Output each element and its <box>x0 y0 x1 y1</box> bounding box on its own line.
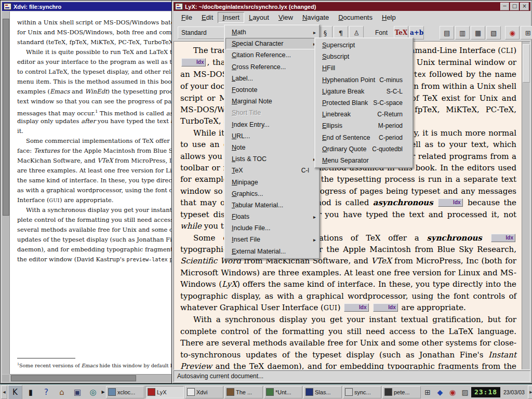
task-button-unt[interactable]: *Unt... <box>264 386 302 398</box>
xdvi-vertical-scrollbar[interactable] <box>2 11 10 374</box>
panel-hide-right-button[interactable]: ▶ <box>528 385 532 399</box>
insert-menu-item-note[interactable]: Note <box>225 142 318 153</box>
insert-menu-item-include-file[interactable]: Include File... <box>225 222 318 234</box>
text-segment: it. <box>17 127 23 135</box>
lock-icon[interactable]: ◆ <box>434 386 446 398</box>
konsole-icon[interactable]: ▮ <box>23 385 38 399</box>
special-char-item-menu-separator[interactable]: Menu Separator <box>316 155 412 166</box>
menubar-item-documents[interactable]: Documents <box>334 12 377 23</box>
insert-menu-item-cross-reference[interactable]: Cross Reference... <box>225 61 318 73</box>
insert-menu-item-tex[interactable]: TeXC-l <box>225 165 318 176</box>
xdvi-horizontal-scroll-thumb[interactable] <box>11 375 136 381</box>
insert-menu-item-math[interactable]: Math▸ <box>225 26 318 38</box>
special-char-item-ellipsis[interactable]: EllipsisM-period <box>316 120 412 131</box>
special-char-item-linebreak[interactable]: LinebreakC-Return <box>316 109 412 120</box>
xdvi-vertical-scroll-thumb[interactable] <box>3 19 9 216</box>
insert-menu-item-external-material[interactable]: External Material... <box>225 246 318 257</box>
special-character-submenu: SuperscriptSubscriptHFillHyphenation Poi… <box>314 37 414 168</box>
idx-badge[interactable]: Idx <box>491 234 515 242</box>
special-char-item-ordinary-quote[interactable]: Ordinary QuoteC-quotedbl <box>316 143 412 155</box>
maximize-button[interactable]: □ <box>510 3 519 10</box>
insert-menu-item-tabular-material[interactable]: Tabular Material... <box>225 200 318 211</box>
taskbar-handle-icon[interactable]: ▶ <box>101 386 105 398</box>
insert-menu-item-minipage[interactable]: Minipage <box>225 176 318 188</box>
special-char-item-protected-blank[interactable]: Protected BlankS-C-space <box>316 97 412 109</box>
text-segment: MacKichan Software, and <box>17 157 97 164</box>
klipper-icon[interactable]: ▨ <box>459 386 471 398</box>
xdvi-horizontal-scrollbar[interactable] <box>10 374 174 382</box>
menubar-item-file[interactable]: File <box>177 12 197 23</box>
home-icon[interactable]: ⌂ <box>55 385 69 399</box>
insert-menu-item-insert-file[interactable]: Insert File▸ <box>225 234 318 245</box>
enumerate-icon[interactable]: ▥ <box>455 26 470 39</box>
insert-menu-item-index-entry[interactable]: Index Entry... <box>225 119 318 130</box>
text-segment: GUI <box>49 197 60 203</box>
task-button-lyx[interactable]: LyX <box>145 386 184 398</box>
task-button-pete[interactable]: pete... <box>382 386 421 398</box>
menu-shortcut: C-l <box>301 167 311 174</box>
special-char-item-subscript[interactable]: Subscript <box>316 51 412 62</box>
xdvi-text-line: for Unix and MS-DOS/Windows, both free a… <box>17 28 174 37</box>
text-segment: ) the typesetting process is run in a se… <box>107 88 174 95</box>
xdvi-text-line: the same kind of interface. In these, yo… <box>17 176 174 185</box>
decrease-depth-icon[interactable]: ▧ <box>486 26 501 39</box>
minimize-button[interactable]: − <box>500 3 509 10</box>
insert-menu-item-floats[interactable]: Floats▸ <box>225 211 318 222</box>
help-icon[interactable]: ? <box>39 385 54 399</box>
text-segment <box>433 198 437 207</box>
lyx-window-icon[interactable] <box>175 3 183 10</box>
document-scroll-thumb[interactable] <box>523 44 530 83</box>
xdvi-text-line: it. <box>17 126 174 136</box>
insert-menu-item-lists-toc[interactable]: Lists & TOC▸ <box>225 153 318 165</box>
close-button[interactable]: × <box>520 3 529 10</box>
special-char-item-end-of-sentence[interactable]: End of SentenceC-period <box>316 132 412 143</box>
task-button-xdvi[interactable]: Xdvi <box>185 386 223 398</box>
clock-date[interactable]: 23/03/03 <box>503 389 525 395</box>
insert-menu-item-marginal-note[interactable]: Marginal Note <box>225 96 318 107</box>
menubar-item-layout[interactable]: Layout <box>244 12 274 23</box>
task-button-slas[interactable]: Slas... <box>303 386 342 398</box>
insert-menu-item-url[interactable]: URL... <box>225 130 318 142</box>
panel-hide-left-button[interactable]: ◀ <box>1 385 7 399</box>
text-segment: VTeX <box>371 256 391 265</box>
document-scrollbar[interactable] <box>522 42 530 369</box>
menubar-item-edit[interactable]: Edit <box>197 12 218 23</box>
insert-menu-item-graphics[interactable]: Graphics... <box>225 188 318 200</box>
xdvi-text-line: examples (Emacs and WinEdt) the typesett… <box>17 87 174 97</box>
kmenu-icon[interactable]: K <box>8 385 22 399</box>
special-char-item-hfill[interactable]: HFill <box>316 62 412 74</box>
menubar-item-navigate[interactable]: Navigate <box>298 12 334 23</box>
task-button-the[interactable]: The ... <box>224 386 263 398</box>
insert-menu-item-label[interactable]: Label... <box>225 73 318 84</box>
kcontrol-icon[interactable]: ▣ <box>70 385 85 399</box>
menubar-item-help[interactable]: Help <box>377 12 401 23</box>
insert-menu-item-special-character[interactable]: Special Character▸ <box>225 38 318 49</box>
special-char-item-superscript[interactable]: Superscript <box>316 39 412 51</box>
konqueror-icon[interactable]: ◎ <box>86 385 100 399</box>
digital-clock[interactable]: 23:18 <box>471 387 500 397</box>
insert-menu-item-footnote[interactable]: Footnote <box>225 84 318 96</box>
increase-depth-icon[interactable]: ▦ <box>471 26 485 39</box>
menubar-item-insert[interactable]: Insert <box>218 12 244 23</box>
idx-badge[interactable]: Idx <box>373 303 397 312</box>
itemize-icon[interactable]: ▤ <box>440 26 454 39</box>
task-window-icon <box>266 388 274 396</box>
insert-table-icon[interactable]: ⊞ <box>521 26 532 39</box>
special-char-item-hyphenation-point[interactable]: Hyphenation PointC-minus <box>316 74 412 86</box>
idx-badge[interactable]: Idx <box>438 198 462 207</box>
special-char-item-ligature-break[interactable]: Ligature BreakS-C-L <box>316 86 412 97</box>
menu-label: Layout <box>249 14 269 21</box>
menubar-item-view[interactable]: View <box>274 12 298 23</box>
idx-badge[interactable]: Idx <box>181 58 206 66</box>
insert-menu-item-citation-reference[interactable]: Citation Reference... <box>225 49 318 61</box>
power-icon[interactable]: ◉ <box>446 386 459 398</box>
task-button-sync[interactable]: sync... <box>343 386 381 398</box>
xdvi-window-icon[interactable] <box>4 3 11 10</box>
pager-applet[interactable]: ⊞ <box>421 386 434 398</box>
marginpar-icon[interactable]: ◉ <box>505 26 520 39</box>
task-button-xcloc[interactable]: xcloc... <box>106 386 144 398</box>
lyx-titlebar[interactable]: LyX: ~/doc/beginlatex/src/synchro.lyx (c… <box>174 2 530 11</box>
idx-badge[interactable]: Idx <box>344 303 368 312</box>
xdvi-titlebar[interactable]: Xdvi: file:synchro <box>2 2 172 11</box>
task-window-icon <box>108 388 116 396</box>
